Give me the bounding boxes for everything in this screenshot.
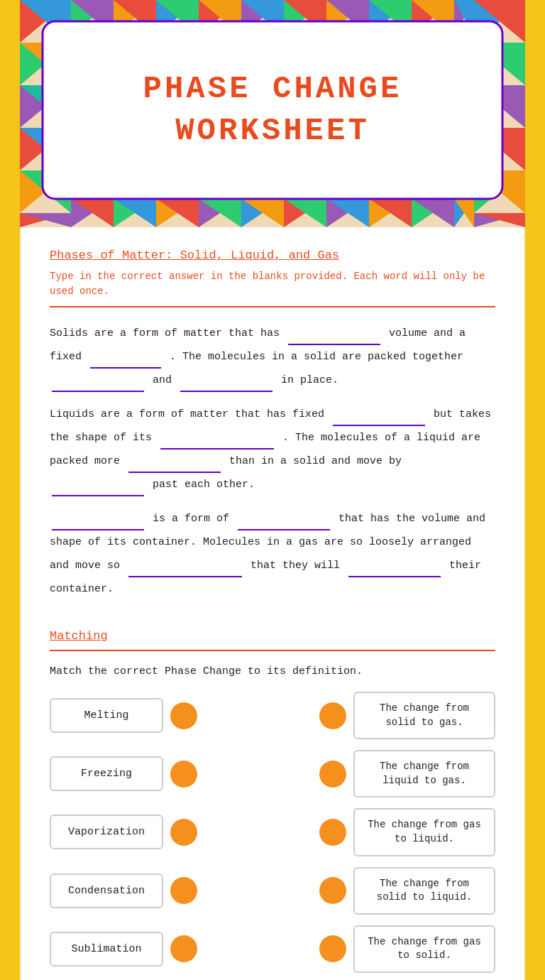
- match-def-4[interactable]: The change from gas to solid.: [353, 925, 495, 973]
- match-left-2: Vaporization: [50, 815, 197, 849]
- section1-divider: [50, 306, 495, 307]
- match-circle-left-0[interactable]: [170, 702, 197, 729]
- section1-instructions: Type in the correct answer in the blanks…: [50, 269, 495, 299]
- paragraph3: is a form of that has the volume and sha…: [50, 507, 495, 601]
- blank-10[interactable]: [238, 518, 330, 530]
- match-right-2: The change from gas to liquid.: [319, 808, 495, 856]
- section1-title: Phases of Matter: Solid, Liquid, and Gas: [50, 249, 495, 262]
- match-left-3: Condensation: [50, 873, 197, 908]
- match-left-0: Melting: [50, 698, 197, 733]
- match-circle-right-3[interactable]: [319, 877, 346, 904]
- match-term-4[interactable]: Sublimation: [50, 932, 163, 967]
- section-phases: Phases of Matter: Solid, Liquid, and Gas…: [50, 249, 495, 601]
- blank-9[interactable]: [52, 518, 144, 530]
- section2-title: Matching: [50, 629, 495, 643]
- blank-6[interactable]: [160, 437, 274, 450]
- matching-row-2: Vaporization The change from gas to liqu…: [50, 808, 495, 856]
- match-circle-right-1[interactable]: [319, 761, 346, 788]
- matching-row-4: Sublimation The change from gas to solid…: [50, 925, 495, 973]
- match-circle-right-4[interactable]: [319, 935, 346, 962]
- match-def-0[interactable]: The change from solid to gas.: [353, 692, 495, 739]
- blank-12[interactable]: [348, 565, 441, 577]
- match-right-4: The change from gas to solid.: [319, 925, 495, 973]
- match-circle-left-3[interactable]: [170, 877, 197, 904]
- blank-5[interactable]: [333, 413, 425, 426]
- match-def-3[interactable]: The change from solid to liquid.: [353, 867, 495, 915]
- match-term-0[interactable]: Melting: [50, 698, 163, 733]
- matching-row-0: Melting The change from solid to gas.: [50, 692, 495, 739]
- header-area: PHASE CHANGE WORKSHEET: [0, 0, 545, 227]
- match-left-4: Sublimation: [50, 932, 197, 967]
- main-content: Phases of Matter: Solid, Liquid, and Gas…: [21, 227, 524, 980]
- blank-8[interactable]: [52, 484, 144, 496]
- blank-11[interactable]: [128, 565, 242, 577]
- match-term-2[interactable]: Vaporization: [50, 815, 163, 849]
- section-matching: Matching Match the correct Phase Change …: [50, 629, 495, 973]
- match-right-1: The change from liquid to gas.: [319, 750, 495, 797]
- blank-4[interactable]: [180, 379, 272, 392]
- matching-row-1: Freezing The change from liquid to gas.: [50, 750, 495, 797]
- match-circle-right-2[interactable]: [319, 819, 346, 846]
- match-term-3[interactable]: Condensation: [50, 873, 163, 908]
- match-left-1: Freezing: [50, 756, 197, 791]
- match-right-3: The change from solid to liquid.: [319, 867, 495, 915]
- yellow-right-strip: [525, 0, 545, 980]
- blank-3[interactable]: [52, 379, 144, 392]
- match-circle-left-1[interactable]: [170, 761, 197, 788]
- section2-divider: [50, 650, 495, 651]
- match-def-1[interactable]: The change from liquid to gas.: [353, 750, 495, 797]
- match-def-2[interactable]: The change from gas to liquid.: [353, 808, 495, 856]
- blank-1[interactable]: [288, 332, 380, 345]
- matching-row-3: Condensation The change from solid to li…: [50, 867, 495, 915]
- blank-7[interactable]: [128, 460, 221, 473]
- matching-instruction: Match the correct Phase Change to its de…: [50, 665, 495, 677]
- match-right-0: The change from solid to gas.: [319, 692, 495, 739]
- paragraph2: Liquids are a form of matter that has fi…: [50, 403, 495, 496]
- blank-2[interactable]: [90, 356, 161, 369]
- match-circle-left-4[interactable]: [170, 935, 197, 962]
- match-circle-left-2[interactable]: [170, 819, 197, 846]
- match-circle-right-0[interactable]: [319, 702, 346, 729]
- paragraph1: Solids are a form of matter that has vol…: [50, 322, 495, 392]
- page-title: PHASE CHANGE WORKSHEET: [143, 68, 402, 153]
- match-term-1[interactable]: Freezing: [50, 756, 163, 791]
- yellow-left-strip: [0, 0, 20, 980]
